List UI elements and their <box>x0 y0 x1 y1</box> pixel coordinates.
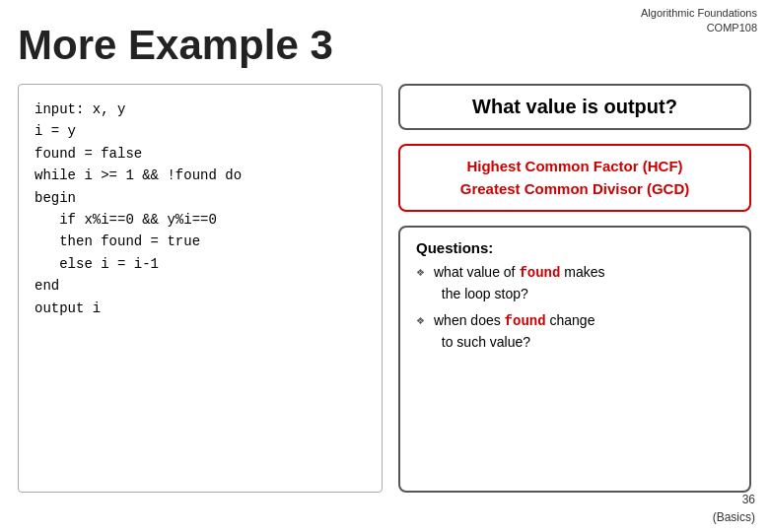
hcf-line2: Greatest Common Divisor (GCD) <box>416 178 734 201</box>
q2-highlight: found <box>505 313 546 329</box>
footer-area: 36 (Basics) <box>713 491 755 526</box>
hcf-box: Highest Common Factor (HCF) Greatest Com… <box>398 144 751 212</box>
right-panel: What value is output? Highest Common Fac… <box>398 84 751 493</box>
q1-prefix: what value of <box>434 264 519 280</box>
q2-prefix: when does <box>434 312 505 328</box>
footer-basics: (Basics) <box>713 508 755 526</box>
page-number: 36 <box>713 491 755 508</box>
code-block: input: x, y i = y found = false while i … <box>35 99 366 319</box>
page-header: Algorithmic Foundations COMP108 <box>641 6 757 36</box>
content-area: input: x, y i = y found = false while i … <box>18 84 751 493</box>
hcf-line1: Highest Common Factor (HCF) <box>416 156 734 178</box>
question-item-1: what value of found makes the loop stop? <box>416 262 734 304</box>
page-title: More Example 3 <box>18 22 333 69</box>
course-title-line1: Algorithmic Foundations <box>641 6 757 21</box>
course-title-line2: COMP108 <box>641 21 757 35</box>
questions-title: Questions: <box>416 239 734 256</box>
question-item-2: when does found change to such value? <box>416 310 734 353</box>
q1-highlight: found <box>519 265 560 281</box>
code-panel: input: x, y i = y found = false while i … <box>18 84 383 493</box>
what-value-box: What value is output? <box>398 84 751 130</box>
questions-box: Questions: what value of found makes the… <box>398 226 751 493</box>
questions-list: what value of found makes the loop stop?… <box>416 262 734 353</box>
what-value-text: What value is output? <box>472 96 677 117</box>
